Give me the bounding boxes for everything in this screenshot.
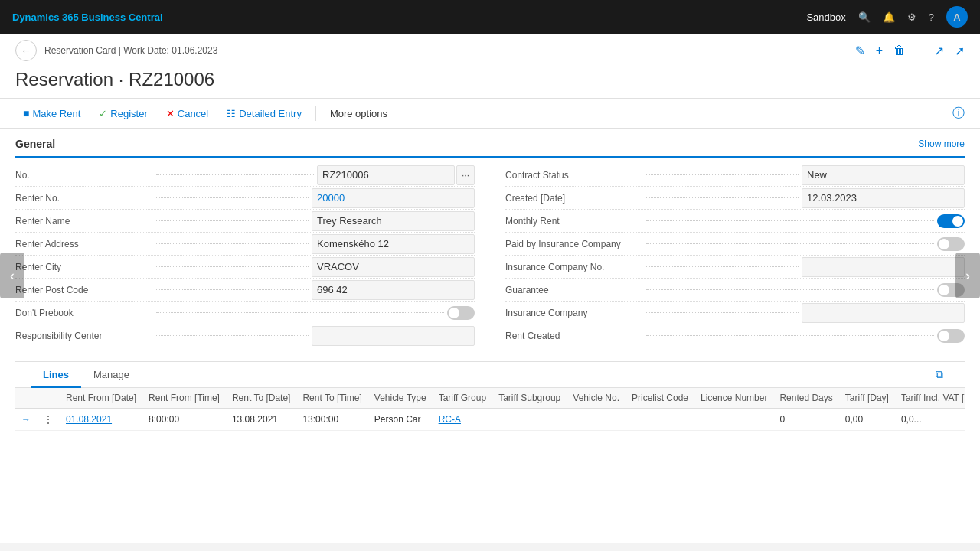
help-icon[interactable]: ? <box>929 11 934 23</box>
field-responsibility-center: Responsibility Center <box>15 324 475 347</box>
cell-vehicle-type[interactable]: Person Car <box>368 409 433 431</box>
th-pricelist-code[interactable]: Pricelist Code <box>626 388 694 409</box>
dotted-leader <box>156 220 309 221</box>
cancel-icon: ✕ <box>166 108 175 119</box>
cell-pricelist-code[interactable] <box>626 409 694 431</box>
th-rent-to-time[interactable]: Rent To [Time] <box>296 388 368 409</box>
add-icon[interactable]: + <box>876 44 883 57</box>
dotted-leader <box>156 174 314 175</box>
field-renter-name-label: Renter Name <box>15 213 153 230</box>
back-button[interactable]: ← <box>15 40 37 61</box>
th-rent-to-date[interactable]: Rent To [Date] <box>226 388 297 409</box>
cancel-button[interactable]: ✕ Cancel <box>158 104 216 123</box>
field-renter-post-code-label: Renter Post Code <box>15 282 153 298</box>
dotted-leader <box>156 266 309 267</box>
field-no-label: No. <box>15 167 153 184</box>
field-dont-prebook-label: Don't Prebook <box>15 305 153 321</box>
tab-lines[interactable]: Lines <box>31 363 81 388</box>
settings-icon[interactable]: ⚙ <box>907 11 916 23</box>
field-monthly-rent-label: Monthly Rent <box>505 213 643 230</box>
th-rent-from-date[interactable]: Rent From [Date] <box>60 388 142 409</box>
field-renter-city-label: Renter City <box>15 259 153 276</box>
make-rent-button[interactable]: ■ Make Rent <box>15 103 88 123</box>
th-tariff-incl-vat[interactable]: Tariff Incl. VAT [Day] <box>895 388 965 409</box>
field-created-date-value[interactable]: 12.03.2023 <box>802 188 965 208</box>
app-logo: Dynamics 365 Business Central <box>12 11 163 23</box>
lines-section: Lines Manage ⧉ Rent From [Date] Rent Fro… <box>15 361 965 431</box>
row-indicator-cell: ⋮ <box>37 409 60 431</box>
field-insurance-company-no-value[interactable] <box>802 257 965 277</box>
table-row: → ⋮ 01.08.2021 8:00:00 13.08.2021 13:00:… <box>15 409 965 431</box>
info-icon[interactable]: ⓘ <box>952 106 965 122</box>
expand-icon[interactable]: ➚ <box>955 44 965 58</box>
external-link-icon[interactable]: ↗ <box>934 44 944 58</box>
register-button[interactable]: ✓ Register <box>91 104 155 123</box>
field-renter-address-value[interactable]: Komenského 12 <box>312 234 475 254</box>
dont-prebook-toggle[interactable] <box>447 306 475 320</box>
cell-tariff-subgroup[interactable] <box>492 409 567 431</box>
cell-tariff-incl-vat[interactable]: 0,0... <box>895 409 965 431</box>
th-rent-from-time[interactable]: Rent From [Time] <box>142 388 226 409</box>
top-nav-bar: Dynamics 365 Business Central Sandbox 🔍 … <box>0 0 980 34</box>
dotted-leader <box>646 174 799 175</box>
form-right-column: Contract Status New Created [Date] 12.03… <box>490 164 965 347</box>
cell-rented-days[interactable]: 0 <box>773 409 838 431</box>
field-insurance-company-value[interactable]: _ <box>802 303 965 323</box>
form-left-column: No. RZ210006 ··· Renter No. 20000 Renter… <box>15 164 490 347</box>
tab-manage[interactable]: Manage <box>81 363 142 388</box>
field-insurance-company-no-label: Insurance Company No. <box>505 259 643 276</box>
field-renter-post-code-value[interactable]: 696 42 <box>312 280 475 300</box>
paid-by-insurance-toggle[interactable] <box>937 237 965 251</box>
show-more-link[interactable]: Show more <box>918 139 965 149</box>
scroll-right-arrow[interactable]: › <box>956 253 980 298</box>
field-rent-created-label: Rent Created <box>505 328 643 344</box>
th-vehicle-type[interactable]: Vehicle Type <box>368 388 433 409</box>
cell-vehicle-no[interactable] <box>567 409 626 431</box>
th-tariff-day[interactable]: Tariff [Day] <box>839 388 895 409</box>
row-indicator-icon[interactable]: ⋮ <box>43 413 54 425</box>
th-vehicle-no[interactable]: Vehicle No. <box>567 388 626 409</box>
more-options-button[interactable]: More options <box>322 104 395 123</box>
row-arrow-cell: → <box>15 409 37 431</box>
delete-icon[interactable]: 🗑 <box>893 44 906 57</box>
field-renter-post-code: Renter Post Code 696 42 <box>15 279 475 302</box>
cell-rent-to-time[interactable]: 13:00:00 <box>296 409 368 431</box>
field-renter-name-value[interactable]: Trey Research <box>312 211 475 231</box>
breadcrumb-left: ← Reservation Card | Work Date: 01.06.20… <box>15 40 217 61</box>
bell-icon[interactable]: 🔔 <box>883 11 895 23</box>
field-renter-no-value[interactable]: 20000 <box>312 188 475 208</box>
search-icon[interactable]: 🔍 <box>858 11 871 23</box>
cell-licence-number[interactable] <box>694 409 773 431</box>
field-no-btn[interactable]: ··· <box>456 165 475 185</box>
table-expand-icon[interactable]: ⧉ <box>929 362 949 387</box>
detailed-entry-button[interactable]: ☷ Detailed Entry <box>219 104 309 123</box>
field-contract-status-value[interactable]: New <box>802 165 965 185</box>
th-tariff-subgroup[interactable]: Tariff Subgroup <box>492 388 567 409</box>
field-responsibility-center-value[interactable] <box>312 326 475 346</box>
field-no-value[interactable]: RZ210006 <box>317 165 455 185</box>
field-renter-no-label: Renter No. <box>15 190 153 207</box>
cell-tariff-group[interactable]: RC-A <box>433 409 492 431</box>
field-guarantee: Guarantee <box>505 279 965 302</box>
th-licence-number[interactable]: Licence Number <box>694 388 773 409</box>
main-content: General Show more No. RZ210006 ··· Rente… <box>0 129 980 543</box>
rent-created-toggle[interactable] <box>937 329 965 343</box>
cell-rent-from-date[interactable]: 01.08.2021 <box>60 409 142 431</box>
field-created-date: Created [Date] 12.03.2023 <box>505 187 965 210</box>
th-tariff-group[interactable]: Tariff Group <box>433 388 492 409</box>
field-rent-created: Rent Created <box>505 324 965 347</box>
user-avatar[interactable]: A <box>946 6 968 28</box>
edit-icon[interactable]: ✎ <box>855 44 865 58</box>
field-guarantee-label: Guarantee <box>505 282 643 298</box>
scroll-left-arrow[interactable]: ‹ <box>0 253 24 298</box>
dotted-leader <box>646 335 934 336</box>
th-rented-days[interactable]: Rented Days <box>773 388 838 409</box>
dotted-leader <box>646 243 934 244</box>
cell-rent-from-time[interactable]: 8:00:00 <box>142 409 226 431</box>
field-renter-city-value[interactable]: VRACOV <box>312 257 475 277</box>
monthly-rent-toggle[interactable] <box>937 214 965 228</box>
cell-tariff-day[interactable]: 0,00 <box>839 409 895 431</box>
dotted-leader <box>646 289 934 290</box>
table-container: Rent From [Date] Rent From [Time] Rent T… <box>15 388 965 431</box>
cell-rent-to-date[interactable]: 13.08.2021 <box>226 409 297 431</box>
